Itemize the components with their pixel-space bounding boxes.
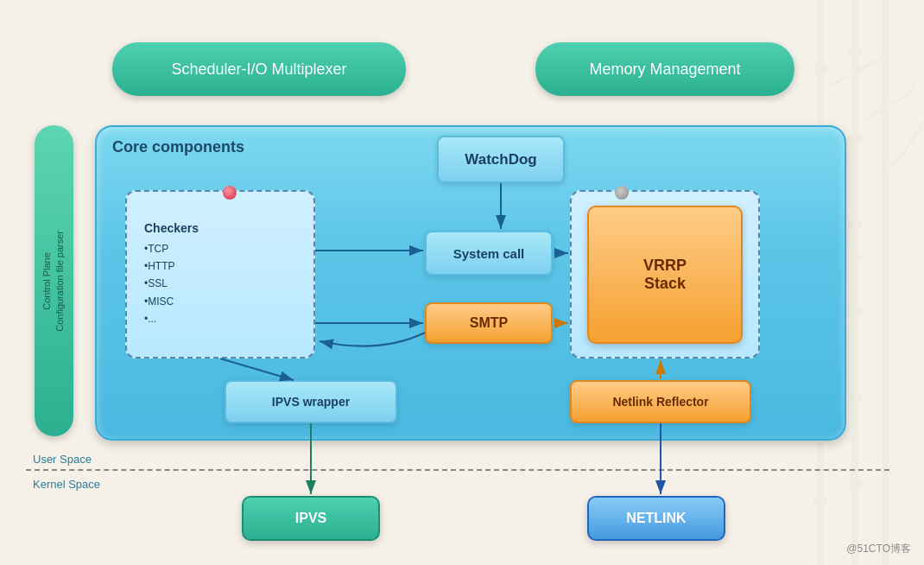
watermark: @51CTO博客 [846,542,911,556]
user-space-label: User Space [33,453,92,466]
ipvs-bottom-box: IPVS [242,496,380,541]
smtp-label: SMTP [470,315,508,331]
memory-label: Memory Management [589,60,740,79]
ipvs-label: IPVS [295,511,326,526]
scheduler-label: Scheduler-I/O Multiplexer [171,60,346,79]
watchdog-box: WatchDog [437,136,565,183]
dot-gray [615,186,629,200]
scheduler-pill: Scheduler-I/O Multiplexer [112,42,406,96]
smtp-box: SMTP [425,302,553,344]
checkers-title: Checkers [144,221,199,235]
watchdog-label: WatchDog [465,151,536,168]
memory-pill: Memory Management [535,42,794,96]
left-bar-text: Control Plane Configuration file parser [41,231,67,332]
vrrp-line2: Stack [644,275,686,293]
netlink-bottom-box: NETLINK [587,496,725,541]
ipvs-wrapper-box: IPVS wrapper [225,380,397,423]
vrrp-line1: VRRP [643,257,687,275]
netlink-reflector-label: Netlink Reflector [612,395,708,409]
checkers-misc: •MISC [144,293,174,310]
syscall-label: System call [453,246,525,261]
kernel-space-label: Kernel Space [33,478,100,491]
vrrp-inner-box: VRRP Stack [587,206,743,344]
checkers-tcp: •TCP [144,240,168,257]
left-bar: Control Plane Configuration file parser [35,125,73,436]
ipvs-wrapper-label: IPVS wrapper [272,395,350,409]
dot-pink [223,186,237,200]
checkers-more: •... [144,310,156,327]
netlink-label: NETLINK [626,511,686,526]
core-label: Core components [112,138,244,156]
separator-line [26,469,889,471]
checkers-box: Checkers •TCP •HTTP •SSL •MISC •... [125,190,315,359]
checkers-http: •HTTP [144,257,175,275]
syscall-box: System call [425,231,553,276]
vrrp-outer-box: VRRP Stack [570,190,760,359]
checkers-ssl: •SSL [144,275,168,292]
netlink-reflector-box: Netlink Reflector [570,380,751,423]
